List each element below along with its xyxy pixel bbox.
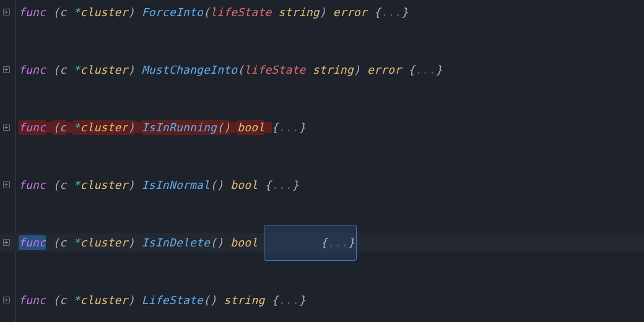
fold-expand-icon[interactable]: + [3, 66, 10, 73]
paren-close: ) [128, 5, 135, 20]
code-line-blank[interactable] [0, 98, 644, 118]
code-line[interactable]: + func ( c * cluster ) MustChangeInto ( … [0, 60, 644, 79]
paren-close: ) [128, 63, 135, 77]
func-name: ForceInto [142, 5, 203, 20]
param-type: string [279, 5, 320, 20]
paren-close: ) [210, 293, 217, 308]
paren-close: ) [320, 5, 326, 20]
brace-close: } [299, 293, 306, 308]
keyword-func: func [19, 293, 46, 308]
folded-placeholder[interactable]: ... [272, 178, 292, 193]
paren-open: ( [210, 178, 217, 193]
pointer-star: * [73, 5, 80, 20]
param-name: lifeState [244, 63, 305, 77]
paren-close: ) [224, 120, 230, 135]
receiver-name: c [59, 178, 66, 193]
brace-close: } [299, 120, 306, 135]
gutter[interactable]: + [0, 239, 12, 246]
receiver-type: cluster [80, 63, 128, 77]
paren-close: ) [217, 178, 224, 193]
receiver-type: cluster [80, 178, 128, 193]
receiver-name: c [59, 235, 66, 250]
paren-open: ( [203, 5, 210, 20]
paren-open: ( [203, 293, 210, 308]
gutter[interactable]: + [0, 9, 12, 15]
paren-open: ( [217, 120, 224, 135]
brace-open: { [272, 293, 279, 308]
paren-open: ( [53, 178, 59, 193]
brace-open: { [272, 120, 279, 135]
code-line-blank[interactable] [0, 194, 644, 214]
code-text[interactable]: func ( c * cluster ) IsInNormal ( ) bool… [12, 178, 299, 193]
folded-placeholder[interactable]: ... [279, 120, 299, 135]
func-name: IsInNormal [142, 178, 210, 193]
return-type: string [224, 293, 264, 308]
receiver-name: c [59, 5, 66, 20]
paren-open: ( [237, 63, 244, 77]
pointer-star: * [73, 63, 80, 77]
folded-placeholder[interactable]: ... [415, 63, 435, 77]
return-type: bool [230, 178, 258, 193]
folded-placeholder[interactable]: ... [381, 5, 401, 20]
code-text[interactable]: func ( c * cluster ) IsInRunning ( ) boo… [12, 120, 306, 135]
code-line-active[interactable]: + func ( c * cluster ) IsInDelete ( ) bo… [0, 233, 644, 252]
code-line[interactable]: + func ( c * cluster ) ForceInto ( lifeS… [0, 2, 644, 22]
gutter[interactable]: + [0, 66, 12, 73]
code-line-blank[interactable] [0, 252, 644, 271]
fold-expand-icon[interactable]: + [3, 297, 10, 303]
code-text[interactable]: func ( c * cluster ) MustChangeInto ( li… [12, 63, 443, 77]
keyword-func: func [19, 63, 46, 77]
return-type: error [367, 63, 401, 77]
brace-close: } [292, 178, 299, 193]
brace-close: } [348, 234, 355, 251]
brace-open: { [321, 234, 328, 251]
gutter[interactable]: + [0, 124, 12, 131]
func-name: IsInDelete [142, 235, 210, 250]
code-line[interactable]: + func ( c * cluster ) LifeState ( ) str… [0, 290, 644, 310]
code-line-blank[interactable] [0, 137, 644, 156]
receiver-name: c [59, 293, 66, 308]
receiver-type: cluster [80, 293, 128, 308]
paren-close: ) [128, 235, 135, 250]
pointer-star: * [73, 120, 80, 135]
code-editor[interactable]: + func ( c * cluster ) ForceInto ( lifeS… [0, 0, 644, 322]
brace-open: { [374, 5, 381, 20]
keyword-func: func [19, 178, 46, 193]
receiver-type: cluster [80, 235, 128, 250]
return-type: bool [237, 120, 264, 135]
fold-expand-icon[interactable]: + [3, 124, 10, 131]
receiver-name: c [59, 63, 66, 77]
code-line-blank[interactable] [0, 156, 644, 175]
code-line[interactable]: + func ( c * cluster ) IsInNormal ( ) bo… [0, 175, 644, 194]
gutter[interactable]: + [0, 297, 12, 303]
code-line-blank[interactable] [0, 271, 644, 290]
paren-close: ) [128, 120, 135, 135]
paren-open: ( [53, 63, 59, 77]
pointer-star: * [73, 235, 80, 250]
fold-expand-icon[interactable]: + [3, 9, 10, 15]
keyword-func: func [19, 235, 46, 250]
paren-close: ) [128, 178, 135, 193]
return-type: bool [230, 235, 258, 250]
receiver-type: cluster [80, 5, 128, 20]
func-name: IsInRunning [142, 120, 217, 135]
paren-open: ( [53, 235, 59, 250]
code-text[interactable]: func ( c * cluster ) LifeState ( ) strin… [12, 293, 306, 308]
fold-expand-icon[interactable]: + [3, 239, 10, 246]
brace-open: { [264, 178, 271, 193]
code-line-blank[interactable] [0, 22, 644, 41]
code-text[interactable]: func ( c * cluster ) ForceInto ( lifeSta… [12, 5, 408, 20]
paren-open: ( [53, 293, 59, 308]
paren-close: ) [217, 235, 224, 250]
folded-placeholder[interactable]: ... [279, 293, 299, 308]
fold-expand-icon[interactable]: + [3, 181, 10, 188]
code-line-blank[interactable] [0, 41, 644, 60]
receiver-name: c [59, 120, 66, 135]
code-line[interactable]: + func ( c * cluster ) IsInRunning ( ) b… [0, 118, 644, 137]
paren-open: ( [53, 5, 59, 20]
code-line-blank[interactable] [0, 79, 644, 98]
gutter[interactable]: + [0, 181, 12, 188]
pointer-star: * [73, 293, 80, 308]
brace-open: { [408, 63, 415, 77]
receiver-type: cluster [80, 120, 128, 135]
